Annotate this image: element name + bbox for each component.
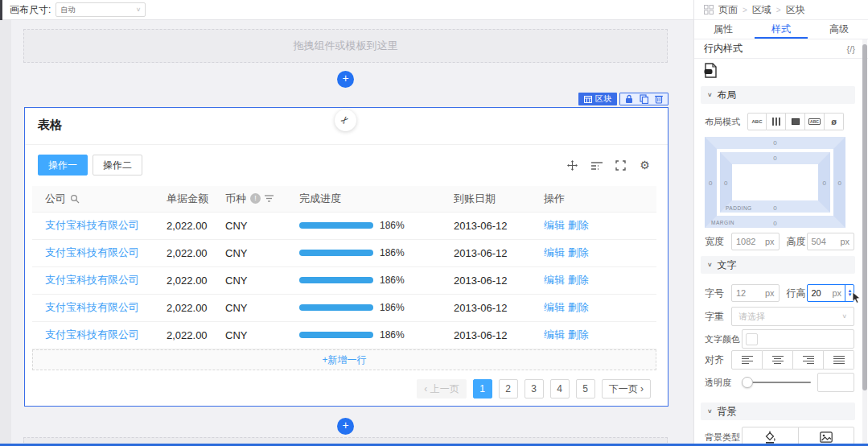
padding-bottom-value[interactable]: 0 — [773, 204, 776, 212]
density-icon[interactable] — [590, 159, 603, 171]
layout-mode-hidden-icon[interactable]: ø — [825, 113, 844, 130]
add-row-button[interactable]: +新增一行 — [32, 349, 656, 370]
layout-mode-label: 布局模式 — [705, 116, 747, 128]
font-size-input[interactable]: 12px — [731, 284, 780, 302]
lock-icon[interactable] — [625, 94, 633, 104]
company-link[interactable]: 支付宝科技有限公司 — [45, 328, 139, 341]
edit-link[interactable]: 编辑 — [544, 246, 565, 258]
fullscreen-icon[interactable] — [615, 159, 627, 171]
font-row: 字号 12px 行高 20px ▲▼ — [705, 283, 854, 303]
margin-left-value[interactable]: 0 — [709, 179, 712, 186]
action-one-button[interactable]: 操作一 — [38, 155, 88, 176]
page-number-button[interactable]: 4 — [550, 379, 570, 399]
progress-cell: 186% — [298, 266, 452, 294]
breadcrumb-block[interactable]: 区块 — [786, 3, 805, 17]
filter-icon[interactable] — [265, 195, 274, 202]
breadcrumb-page[interactable]: 页面 — [718, 3, 738, 17]
scrollbar-thumb[interactable] — [862, 44, 867, 390]
block-tag[interactable]: 区块 — [578, 93, 617, 105]
settings-gear-icon[interactable]: ⚙ — [639, 159, 651, 171]
add-component-button-top[interactable]: + — [337, 71, 354, 88]
search-icon[interactable] — [70, 194, 80, 204]
padding-left-value[interactable]: 0 — [724, 179, 727, 186]
align-right-icon[interactable] — [793, 350, 824, 370]
trash-icon[interactable] — [655, 94, 663, 104]
layout-mode-block-icon[interactable] — [786, 113, 805, 130]
text-color-input[interactable] — [742, 329, 854, 349]
editor-canvas[interactable]: 拖拽组件或模板到这里 + 区块 ✂ 表格 操作一 操作二 — [0, 20, 693, 446]
company-link[interactable]: 支付宝科技有限公司 — [45, 274, 139, 286]
col-currency[interactable]: 币种 — [224, 186, 298, 212]
delete-link[interactable]: 删除 — [568, 328, 589, 341]
box-model-diagram[interactable]: 0 0 0 0 0 0 0 0 PADDING MARGIN — [705, 137, 845, 228]
align-justify-icon[interactable] — [824, 350, 854, 370]
height-input[interactable]: 504px — [807, 233, 855, 250]
padding-right-value[interactable]: 0 — [823, 179, 826, 186]
dropzone-top[interactable]: 拖拽组件或模板到这里 — [23, 29, 668, 63]
company-link[interactable]: 支付宝科技有限公司 — [45, 301, 139, 313]
delete-link[interactable]: 删除 — [568, 219, 589, 231]
page-number-button[interactable]: 2 — [499, 379, 518, 399]
next-page-button[interactable]: 下一页 › — [602, 379, 651, 399]
table-row: 支付宝科技有限公司 2,022.00 CNY 186% 2013-06-12 编… — [32, 294, 656, 321]
col-actions[interactable]: 操作 — [542, 186, 656, 212]
align-center-icon[interactable] — [763, 350, 793, 370]
font-weight-label: 字重 — [705, 310, 731, 324]
canvas-size-select[interactable]: 自动 ∨ — [56, 2, 146, 17]
page-number-button[interactable]: 1 — [473, 379, 492, 399]
edit-link[interactable]: 编辑 — [544, 219, 565, 231]
edit-link[interactable]: 编辑 — [544, 274, 565, 286]
width-input[interactable]: 1082px — [731, 233, 780, 250]
margin-right-value[interactable]: 0 — [838, 179, 841, 186]
col-date[interactable]: 到账日期 — [452, 186, 542, 212]
col-progress[interactable]: 完成进度 — [298, 186, 452, 212]
align-left-icon[interactable] — [731, 350, 763, 370]
margin-bottom-value[interactable]: 0 — [773, 220, 776, 227]
tab-advanced[interactable]: 高级 — [810, 20, 868, 39]
layout-mode-inline-block-icon[interactable]: ABC — [805, 113, 825, 130]
css-file-icon[interactable] — [704, 63, 718, 81]
line-height-input[interactable]: 20px ▲▼ — [807, 284, 855, 302]
edit-link[interactable]: 编辑 — [544, 328, 565, 341]
move-icon[interactable] — [566, 159, 578, 171]
page-number-button[interactable]: 3 — [525, 379, 544, 399]
tab-attributes[interactable]: 属性 — [694, 20, 752, 39]
edit-link[interactable]: 编辑 — [544, 301, 565, 313]
table-header-row: 公司 单据金额 币种 完成进度 到账日期 操作 — [32, 186, 656, 212]
tab-style[interactable]: 样式 — [752, 20, 810, 39]
amount-cell: 2,022.00 — [165, 321, 224, 349]
split-handle[interactable]: ✂ — [335, 109, 356, 131]
copy-icon[interactable] — [640, 94, 648, 104]
code-braces-icon[interactable]: {/} — [847, 44, 855, 54]
layout-mode-flex-icon[interactable] — [767, 113, 786, 130]
page-number-button[interactable]: 5 — [576, 379, 595, 399]
delete-link[interactable]: 删除 — [568, 246, 589, 258]
slider-handle[interactable] — [742, 377, 753, 388]
add-component-button-bottom[interactable]: + — [337, 418, 354, 435]
breadcrumb-region[interactable]: 区域 — [752, 3, 771, 17]
opacity-input[interactable] — [817, 373, 854, 392]
col-amount[interactable]: 单据金额 — [165, 186, 224, 212]
info-icon[interactable] — [250, 193, 261, 204]
canvas-size-value: 自动 — [60, 5, 75, 15]
delete-link[interactable]: 删除 — [568, 301, 589, 313]
section-background[interactable]: ∨ 背景 — [701, 403, 855, 420]
delete-link[interactable]: 删除 — [568, 274, 589, 286]
col-company[interactable]: 公司 — [32, 186, 165, 212]
table-toolbar: ⚙ — [566, 159, 651, 171]
company-link[interactable]: 支付宝科技有限公司 — [45, 219, 139, 231]
action-two-button[interactable]: 操作二 — [93, 155, 142, 176]
company-link[interactable]: 支付宝科技有限公司 — [45, 246, 139, 258]
section-text[interactable]: ∨ 文字 — [701, 256, 855, 274]
prev-page-button[interactable]: ‹ 上一页 — [417, 379, 466, 399]
chevron-down-icon: ∨ — [841, 313, 847, 320]
margin-top-value[interactable]: 0 — [773, 139, 776, 147]
layout-mode-inline-icon[interactable]: ABC — [747, 113, 767, 130]
opacity-slider[interactable] — [742, 377, 811, 388]
padding-top-value[interactable]: 0 — [773, 155, 776, 162]
table-block[interactable]: 表格 操作一 操作二 ⚙ 公司 — [24, 107, 668, 407]
section-layout[interactable]: ∨ 布局 — [701, 86, 855, 104]
font-weight-select[interactable]: 请选择 ∨ — [731, 307, 854, 326]
table-actions: 操作一 操作二 — [38, 155, 142, 176]
color-swatch[interactable] — [746, 333, 758, 345]
